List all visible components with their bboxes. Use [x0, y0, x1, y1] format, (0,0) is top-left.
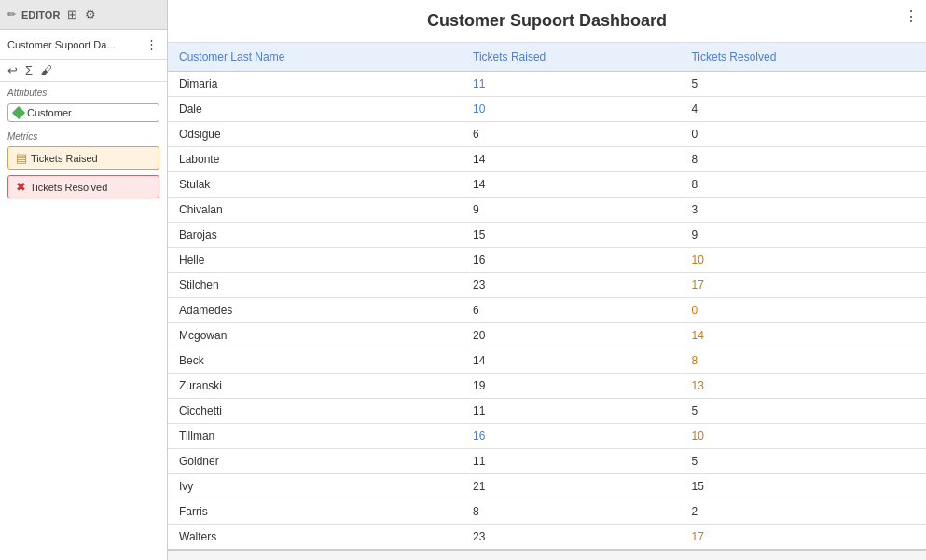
table-wrapper[interactable]: Customer Last Name Tickets Raised Ticket…	[168, 43, 926, 560]
cell-tickets-raised: 6	[462, 122, 680, 147]
sigma-icon: Σ	[25, 63, 33, 77]
tickets-resolved-metric[interactable]: ✖ Tickets Resolved	[7, 175, 159, 198]
attributes-label: Attributes	[0, 82, 167, 100]
sidebar: ✏ EDITOR ⊞ ⚙ Customer Supoort Da... ⋮ ↩ …	[0, 0, 168, 560]
settings-icon-btn[interactable]: ⚙	[83, 6, 98, 23]
cell-tickets-resolved: 13	[680, 374, 926, 399]
cell-tickets-resolved: 5	[680, 449, 926, 474]
cell-customer-name: Barojas	[168, 223, 462, 248]
sidebar-icons-row: ↩ Σ 🖌	[0, 60, 167, 82]
table-row: Beck148	[168, 348, 926, 374]
tickets-resolved-label: Tickets Resolved	[30, 182, 107, 193]
editor-label: EDITOR	[21, 9, 60, 20]
cell-tickets-resolved: 3	[680, 198, 926, 223]
brush-icon: 🖌	[40, 63, 52, 77]
table-row: Helle1610	[168, 248, 926, 273]
cell-tickets-raised: 11	[462, 72, 680, 97]
customer-attribute[interactable]: Customer	[7, 103, 159, 122]
cell-tickets-resolved: 0	[680, 298, 926, 323]
cell-customer-name: Tillman	[168, 424, 462, 449]
cell-customer-name: Odsigue	[168, 122, 462, 147]
cell-tickets-resolved: 9	[680, 223, 926, 248]
cell-tickets-resolved: 4	[680, 97, 926, 122]
cell-tickets-raised: 15	[462, 223, 680, 248]
cell-tickets-raised: 16	[462, 424, 680, 449]
cell-customer-name: Cicchetti	[168, 399, 462, 424]
attribute-label: Customer	[27, 107, 72, 118]
table-row: Farris82	[168, 499, 926, 525]
cell-tickets-raised: 14	[462, 172, 680, 198]
cell-customer-name: Labonte	[168, 147, 462, 172]
sidebar-doc-title: Customer Supoort Da...	[7, 39, 144, 50]
cell-customer-name: Ivy	[168, 474, 462, 499]
table-body: Dimaria115Dale104Odsigue60Labonte148Stul…	[168, 72, 926, 551]
doc-kebab-btn[interactable]: ⋮	[144, 35, 159, 53]
cell-customer-name: Stulak	[168, 172, 462, 198]
table-row: Adamedes60	[168, 298, 926, 323]
cell-tickets-resolved: 17	[680, 525, 926, 551]
table-row: Goldner115	[168, 449, 926, 474]
cell-tickets-raised: 14	[462, 348, 680, 374]
tickets-raised-metric[interactable]: ▤ Tickets Raised	[7, 146, 159, 170]
cell-tickets-resolved: 8	[680, 147, 926, 172]
table-row: Zuranski1913	[168, 374, 926, 399]
pencil-icon: ✏	[7, 8, 16, 20]
cell-tickets-raised: 9	[462, 198, 680, 223]
cell-customer-name: Helle	[168, 248, 462, 273]
cell-tickets-raised: 21	[462, 474, 680, 499]
sidebar-header: ✏ EDITOR ⊞ ⚙	[0, 0, 167, 30]
sidebar-header-icons: ⊞ ⚙	[65, 6, 98, 23]
table-row: Barojas159	[168, 223, 926, 248]
table-row: Cicchetti115	[168, 399, 926, 424]
cell-customer-name: Walters	[168, 525, 462, 551]
table-row: Stilchen2317	[168, 273, 926, 298]
cell-tickets-resolved: 2	[680, 499, 926, 525]
diamond-icon	[12, 106, 25, 119]
col-customer-last-name: Customer Last Name	[168, 43, 462, 72]
cell-customer-name: Dale	[168, 97, 462, 122]
cell-tickets-raised: 6	[462, 298, 680, 323]
cell-tickets-resolved: 8	[680, 172, 926, 198]
cell-tickets-resolved: 10	[680, 424, 926, 449]
dashboard-title: Customer Supoort Dashboard	[168, 0, 926, 43]
table-row: Stulak148	[168, 172, 926, 198]
main-kebab-btn[interactable]: ⋮	[904, 7, 919, 25]
cell-tickets-raised: 23	[462, 525, 680, 551]
grand-totals-label: Grand Totals	[168, 550, 462, 560]
undo-icon: ↩	[7, 63, 18, 77]
filter-icon-btn[interactable]: ⊞	[65, 6, 79, 23]
cell-tickets-raised: 16	[462, 248, 680, 273]
cell-customer-name: Goldner	[168, 449, 462, 474]
table-row: Mcgowan2014	[168, 323, 926, 348]
grand-totals-raised: 283	[462, 550, 680, 560]
cell-customer-name: Adamedes	[168, 298, 462, 323]
tickets-raised-label: Tickets Raised	[31, 153, 98, 164]
cell-tickets-raised: 14	[462, 147, 680, 172]
cell-customer-name: Dimaria	[168, 72, 462, 97]
table-row: Ivy2115	[168, 474, 926, 499]
cell-customer-name: Zuranski	[168, 374, 462, 399]
table-row: Chivalan93	[168, 198, 926, 223]
main-content: Customer Supoort Dashboard ⋮ Customer La…	[168, 0, 926, 560]
cell-tickets-raised: 10	[462, 97, 680, 122]
table-row: Walters2317	[168, 525, 926, 551]
cell-tickets-resolved: 5	[680, 399, 926, 424]
cell-tickets-resolved: 17	[680, 273, 926, 298]
cell-customer-name: Stilchen	[168, 273, 462, 298]
table-row: Labonte148	[168, 147, 926, 172]
table-header-row: Customer Last Name Tickets Raised Ticket…	[168, 43, 926, 72]
data-table: Customer Last Name Tickets Raised Ticket…	[168, 43, 926, 560]
cell-customer-name: Beck	[168, 348, 462, 374]
cell-tickets-raised: 11	[462, 399, 680, 424]
cell-tickets-resolved: 14	[680, 323, 926, 348]
cell-tickets-resolved: 15	[680, 474, 926, 499]
col-tickets-raised: Tickets Raised	[462, 43, 680, 72]
table-row: Odsigue60	[168, 122, 926, 147]
cell-tickets-raised: 11	[462, 449, 680, 474]
tickets-raised-icon: ▤	[16, 151, 27, 165]
cell-tickets-resolved: 5	[680, 72, 926, 97]
sidebar-doc-row: Customer Supoort Da... ⋮	[0, 30, 167, 60]
cell-tickets-raised: 8	[462, 499, 680, 525]
grand-totals-row: Grand Totals 283 163	[168, 550, 926, 560]
grand-totals-resolved: 163	[680, 550, 926, 560]
